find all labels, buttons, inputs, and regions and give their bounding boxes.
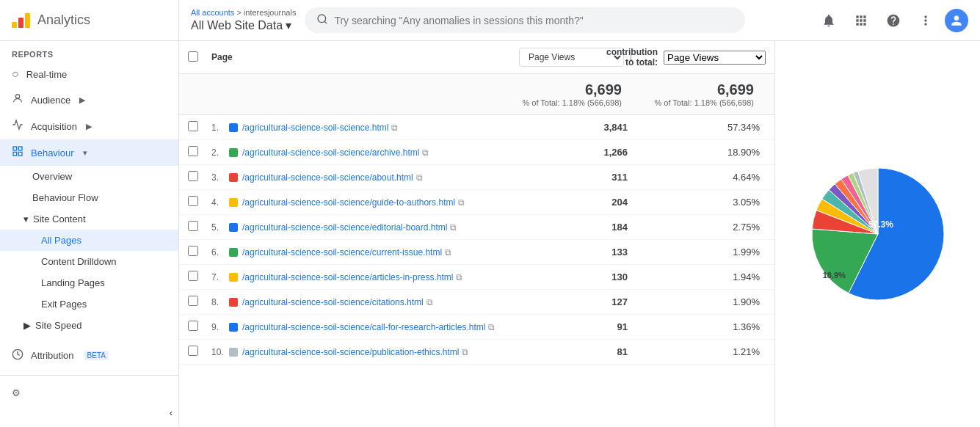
sidebar-subitem-exit-pages[interactable]: Exit Pages [0, 293, 178, 315]
sidebar-item-realtime[interactable]: ○ Real-time [0, 62, 178, 87]
row-checkbox[interactable] [188, 321, 198, 331]
selector-dropdown-icon: ▾ [286, 18, 291, 32]
content-area: Page Page ViewsUnique Page ViewsAvg. Tim… [179, 41, 980, 427]
avatar[interactable] [945, 9, 968, 32]
row-pct: 3.05% [634, 197, 766, 208]
row-views: 127 [501, 296, 634, 307]
row-pct: 1.36% [634, 321, 766, 332]
table-row[interactable]: 9. /agricultural-science-soil-science/ca… [179, 315, 774, 340]
row-checkbox[interactable] [188, 296, 198, 306]
row-checkbox-col [188, 121, 211, 134]
row-checkbox-col [188, 296, 211, 308]
summary-total: 6,699 [501, 81, 628, 98]
copy-link-icon[interactable]: ⧉ [416, 172, 423, 183]
row-page-link[interactable]: /agricultural-science-soil-science/artic… [242, 272, 453, 282]
attribution-beta-badge: BETA [84, 351, 109, 360]
sidebar-subitem-overview[interactable]: Overview [0, 166, 178, 187]
row-pct: 4.64% [634, 172, 766, 183]
collapse-sidebar-button[interactable]: ‹ [0, 404, 178, 421]
copy-link-icon[interactable]: ⧉ [445, 247, 451, 258]
search-input[interactable] [334, 15, 733, 26]
settings-button[interactable]: ⚙ [0, 382, 178, 404]
sidebar-item-attribution[interactable]: Attribution BETA [0, 343, 178, 369]
audience-label: Audience [31, 95, 70, 106]
copy-link-icon[interactable]: ⧉ [422, 147, 429, 158]
row-page: /agricultural-science-soil-science/publi… [242, 347, 501, 357]
summary-row: 6,699 % of Total: 1.18% (566,698) 6,699 … [179, 74, 774, 115]
sidebar-subitem-landing-pages[interactable]: Landing Pages [0, 272, 178, 293]
audience-expand-icon: ▶ [79, 95, 85, 105]
more-button[interactable] [912, 7, 939, 34]
row-pct: 1.99% [634, 247, 766, 258]
selector-label: All Web Site Data [191, 19, 283, 32]
table-row[interactable]: 3. /agricultural-science-soil-science/ab… [179, 165, 774, 190]
sidebar-item-behaviour[interactable]: Behaviour ▾ [0, 139, 178, 166]
copy-link-icon[interactable]: ⧉ [450, 222, 457, 233]
row-page-link[interactable]: /agricultural-science-soil-science/edito… [242, 222, 447, 233]
row-checkbox-col [188, 271, 211, 283]
sidebar-site-speed[interactable]: ▶ Site Speed [0, 315, 178, 336]
sidebar-subitem-behaviour-flow[interactable]: Behaviour Flow [0, 187, 178, 208]
sidebar-site-content[interactable]: ▾ Site Content [0, 208, 178, 230]
sidebar-item-audience[interactable]: Audience ▶ [0, 87, 178, 113]
summary-pct: 6,699 [634, 81, 760, 98]
row-number: 8. [211, 297, 229, 307]
search-bar[interactable] [305, 7, 745, 33]
copy-link-icon[interactable]: ⧉ [458, 197, 465, 208]
copy-link-icon[interactable]: ⧉ [427, 297, 433, 307]
row-checkbox-col [188, 246, 211, 258]
row-checkbox[interactable] [188, 146, 198, 156]
sidebar-subitem-content-drilldown[interactable]: Content Drilldown [0, 251, 178, 272]
row-checkbox[interactable] [188, 196, 198, 206]
row-page-link[interactable]: /agricultural-science-soil-science/call-… [242, 322, 485, 332]
table-row[interactable]: 6. /agricultural-science-soil-science/cu… [179, 240, 774, 265]
copy-link-icon[interactable]: ⧉ [488, 322, 495, 332]
copy-link-icon[interactable]: ⧉ [391, 123, 398, 133]
acquisition-label: Acquisition [31, 121, 77, 132]
all-accounts-link[interactable]: All accounts [191, 8, 234, 17]
select-all-checkbox[interactable] [188, 51, 198, 62]
table-row[interactable]: 1. /agricultural-science-soil-science.ht… [179, 115, 774, 140]
account-selector[interactable]: All Web Site Data ▾ [191, 18, 296, 32]
row-page: /agricultural-science-soil-science/edito… [242, 222, 501, 233]
sidebar-item-acquisition[interactable]: Acquisition ▶ [0, 113, 178, 139]
copy-link-icon[interactable]: ⧉ [462, 347, 468, 357]
row-checkbox[interactable] [188, 171, 198, 181]
row-number: 6. [211, 247, 229, 258]
row-page-link[interactable]: /agricultural-science-soil-science/publi… [242, 347, 459, 357]
site-content-label: Site Content [33, 213, 86, 225]
row-checkbox[interactable] [188, 121, 198, 131]
table-row[interactable]: 8. /agricultural-science-soil-science/ci… [179, 290, 774, 315]
row-page-link[interactable]: /agricultural-science-soil-science/archi… [242, 147, 419, 158]
row-checkbox[interactable] [188, 221, 198, 231]
logo-bar-3 [25, 13, 30, 28]
row-checkbox[interactable] [188, 246, 198, 256]
svg-rect-1 [13, 147, 17, 150]
row-page-link[interactable]: /agricultural-science-soil-science/citat… [242, 297, 424, 307]
table-row[interactable]: 10. /agricultural-science-soil-science/p… [179, 340, 774, 365]
table-row[interactable]: 7. /agricultural-science-soil-science/ar… [179, 265, 774, 290]
row-page: /agricultural-science-soil-science/artic… [242, 272, 501, 282]
row-page-link[interactable]: /agricultural-science-soil-science/curre… [242, 247, 442, 258]
help-button[interactable] [880, 7, 907, 34]
app-title: Analytics [37, 12, 90, 28]
row-page-link[interactable]: /agricultural-science-soil-science.html [242, 123, 388, 133]
row-checkbox-col [188, 196, 211, 208]
table-row[interactable]: 5. /agricultural-science-soil-science/ed… [179, 215, 774, 240]
row-color-indicator [229, 248, 238, 257]
row-page-link[interactable]: /agricultural-science-soil-science/guide… [242, 197, 455, 208]
realtime-label: Real-time [26, 69, 68, 80]
copy-link-icon[interactable]: ⧉ [456, 272, 462, 282]
row-checkbox[interactable] [188, 271, 198, 281]
sidebar-subitem-all-pages[interactable]: All Pages [0, 230, 178, 251]
apps-button[interactable] [848, 7, 874, 34]
svg-point-0 [15, 95, 19, 98]
row-number: 9. [211, 322, 229, 332]
collapse-icon: ‹ [170, 407, 173, 418]
contrib-dropdown[interactable]: Page ViewsUnique Page ViewsAvg. Time on … [664, 51, 766, 65]
table-row[interactable]: 4. /agricultural-science-soil-science/gu… [179, 190, 774, 215]
notifications-button[interactable] [816, 7, 842, 34]
row-page-link[interactable]: /agricultural-science-soil-science/about… [242, 172, 413, 183]
row-checkbox[interactable] [188, 346, 198, 356]
table-row[interactable]: 2. /agricultural-science-soil-science/ar… [179, 140, 774, 165]
